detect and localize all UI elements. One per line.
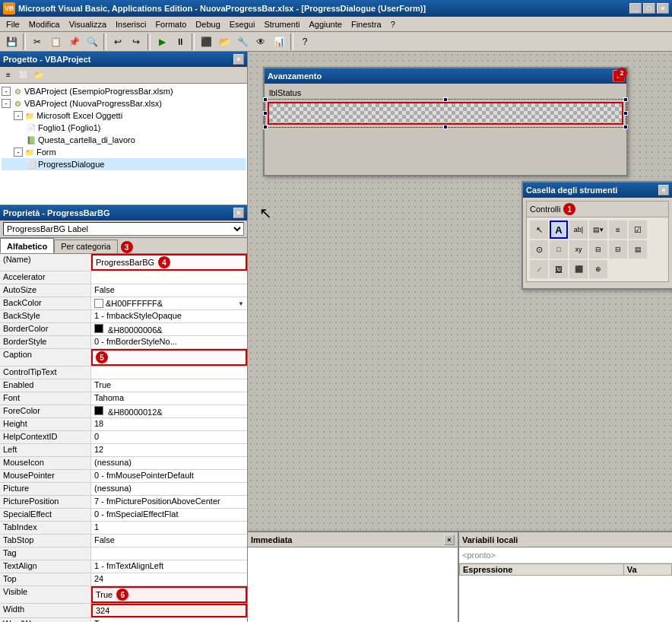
tree-item-form-folder[interactable]: - 📁 Form xyxy=(2,146,246,158)
tool-textbox[interactable]: ab| xyxy=(569,221,588,239)
prop-row-mousepointer[interactable]: MousePointer 0 - fmMousePointerDefault xyxy=(0,470,247,483)
prop-value-accelerator[interactable] xyxy=(91,271,247,284)
prop-row-controltiptext[interactable]: ControlTipText xyxy=(0,367,247,379)
tb-pause[interactable]: ⏸ xyxy=(172,33,189,50)
prop-row-enabled[interactable]: Enabled True xyxy=(0,379,247,392)
prop-value-top[interactable]: 24 xyxy=(91,573,247,586)
tool-referedit[interactable]: ⬛ xyxy=(569,260,588,278)
progress-container[interactable] xyxy=(268,102,623,125)
prop-row-backstyle[interactable]: BackStyle 1 - fmbackStyleOpaque xyxy=(0,310,247,323)
tb-copy[interactable]: 📋 xyxy=(47,33,64,50)
progress-bar-bg[interactable] xyxy=(268,102,623,125)
tab-alfabetico[interactable]: Alfabetico xyxy=(0,238,54,253)
tb-redo[interactable]: ↪ xyxy=(128,33,144,50)
prop-value-controltiptext[interactable] xyxy=(91,367,247,379)
menu-strumenti[interactable]: Strumenti xyxy=(259,18,304,30)
prop-row-wordwrap[interactable]: WordWrap True xyxy=(0,618,247,622)
prop-value-left[interactable]: 12 xyxy=(91,444,247,456)
prop-value-forecolor[interactable]: &H80000012& xyxy=(91,405,247,417)
prop-value-tag[interactable] xyxy=(91,547,247,560)
handle-bottomleft[interactable] xyxy=(263,125,268,129)
tree-item-progressdialogue[interactable]: ⬜ ProgressDialogue xyxy=(2,158,246,170)
expander-esempio[interactable]: - xyxy=(2,87,11,96)
menu-formato[interactable]: Formato xyxy=(151,18,191,30)
tool-scrollbar[interactable]: ▤ xyxy=(629,240,647,259)
prop-value-caption[interactable]: 5 xyxy=(91,349,247,366)
prop-value-backstyle[interactable]: 1 - fmbackStyleOpaque xyxy=(91,310,247,322)
tb-properties[interactable]: 🔧 xyxy=(234,33,251,50)
prop-row-name[interactable]: (Name) ProgressBarBG 4 xyxy=(0,254,247,271)
prop-row-helpcontextid[interactable]: HelpContextID 0 xyxy=(0,431,247,444)
tree-item-excel-objects[interactable]: - 📁 Microsoft Excel Oggetti xyxy=(2,109,246,122)
tb-run[interactable]: ▶ xyxy=(154,33,170,50)
project-panel-close[interactable]: × xyxy=(233,54,244,65)
tb-watch[interactable]: 👁 xyxy=(252,33,269,50)
prop-row-width[interactable]: Width 324 xyxy=(0,604,247,618)
prop-value-helpcontextid[interactable]: 0 xyxy=(91,431,247,443)
prop-value-borderstyle[interactable]: 0 - fmBorderStyleNo... xyxy=(91,336,247,348)
properties-object-selector[interactable]: ProgressBarBG Label xyxy=(0,221,247,238)
toolbox-panel[interactable]: Casella degli strumenti × Controlli 1 ↖ … xyxy=(521,181,672,290)
tool-tabstrip[interactable]: ⊟ xyxy=(589,240,607,259)
prop-row-tabindex[interactable]: TabIndex 1 xyxy=(0,522,247,535)
prop-value-name[interactable]: ProgressBarBG 4 xyxy=(91,254,247,271)
menu-visualizza[interactable]: Visualizza xyxy=(65,18,111,30)
handle-bottommid[interactable] xyxy=(443,125,448,129)
prop-value-enabled[interactable]: True xyxy=(91,379,247,392)
prop-value-tabstop[interactable]: False xyxy=(91,535,247,547)
tool-frame[interactable]: □ xyxy=(550,240,568,259)
tb-paste[interactable]: 📌 xyxy=(65,33,82,50)
immediata-close-button[interactable]: × xyxy=(444,535,455,545)
prop-value-mousepointer[interactable]: 0 - fmMousePointerDefault xyxy=(91,470,247,482)
prop-row-caption[interactable]: Caption 5 xyxy=(0,349,247,367)
prop-row-forecolor[interactable]: ForeColor &H80000012& xyxy=(0,405,247,418)
prop-value-tabindex[interactable]: 1 xyxy=(91,522,247,534)
prop-value-wordwrap[interactable]: True xyxy=(91,618,247,622)
project-tree[interactable]: - ⚙ VBAProject (EsempioProgressBar.xlsm)… xyxy=(0,84,247,205)
tree-item-cartella[interactable]: 📗 Questa_cartella_di_lavoro xyxy=(2,134,246,146)
form-body[interactable]: lblStatus xyxy=(265,84,626,175)
prop-row-picture[interactable]: Picture (nessuna) xyxy=(0,483,247,496)
menu-finestra[interactable]: Finestra xyxy=(347,18,386,30)
toolbox-section-header[interactable]: Controlli 1 xyxy=(527,202,668,217)
prop-row-top[interactable]: Top 24 xyxy=(0,573,247,586)
tool-combobox[interactable]: ▤▾ xyxy=(589,221,607,239)
prop-row-mouseicon[interactable]: MouseIcon (nessuna) xyxy=(0,457,247,470)
prop-row-accelerator[interactable]: Accelerator xyxy=(0,271,247,284)
toolbox-close-button[interactable]: × xyxy=(658,185,669,195)
tb-designer[interactable]: ⬛ xyxy=(198,33,214,50)
tab-per-categoria[interactable]: Per categoria xyxy=(54,240,117,253)
prop-row-textalign[interactable]: TextAlign 1 - fmTextAlignLeft xyxy=(0,560,247,573)
prop-row-pictureposition[interactable]: PicturePosition 7 - fmPicturePositionAbo… xyxy=(0,496,247,509)
prop-value-autosize[interactable]: False xyxy=(91,284,247,297)
prop-value-backcolor[interactable]: &H00FFFFFF& ▼ xyxy=(91,297,247,309)
tree-item-nuova[interactable]: - ⚙ VBAProject (NuovaProgressBar.xlsx) xyxy=(2,97,246,109)
expander-excel-objects[interactable]: - xyxy=(14,111,23,120)
prop-row-font[interactable]: Font Tahoma xyxy=(0,392,247,405)
tb-save[interactable]: 💾 xyxy=(3,33,20,50)
form-close-button[interactable]: ×2 xyxy=(613,70,625,82)
expander-nuova[interactable]: - xyxy=(2,99,11,108)
prop-row-visible[interactable]: Visible True 6 xyxy=(0,586,247,604)
handle-bottomright[interactable] xyxy=(623,125,628,129)
prop-row-backcolor[interactable]: BackColor &H00FFFFFF& ▼ xyxy=(0,297,247,310)
tool-spinbutton[interactable]: ⟋ xyxy=(530,260,548,278)
prop-row-autosize[interactable]: AutoSize False xyxy=(0,284,247,297)
backcolor-dropdown-arrow[interactable]: ▼ xyxy=(238,300,244,307)
expander-form[interactable]: - xyxy=(14,148,23,157)
properties-close[interactable]: × xyxy=(233,208,244,218)
prop-value-pictureposition[interactable]: 7 - fmPicturePositionAboveCenter xyxy=(91,496,247,508)
form-window[interactable]: Avanzamento ×2 lblStatus xyxy=(263,67,628,176)
tool-pointer[interactable]: ↖ xyxy=(530,221,548,239)
tb-locals[interactable]: 📊 xyxy=(271,33,287,50)
title-buttons[interactable]: _ □ × xyxy=(629,3,669,14)
tb-explorer[interactable]: 📂 xyxy=(216,33,233,50)
project-toggle-folders[interactable]: 📁 xyxy=(32,68,46,82)
designer-area[interactable]: ↖ Avanzamento ×2 lblStatus xyxy=(248,52,672,531)
prop-value-visible[interactable]: True 6 xyxy=(91,586,247,603)
menu-esegui[interactable]: Esegui xyxy=(225,18,260,30)
prop-value-height[interactable]: 18 xyxy=(91,418,247,430)
tool-optionbutton[interactable]: ⊙ xyxy=(530,240,548,259)
tb-find[interactable]: 🔍 xyxy=(84,33,100,50)
tool-listbox[interactable]: ≡ xyxy=(609,221,627,239)
